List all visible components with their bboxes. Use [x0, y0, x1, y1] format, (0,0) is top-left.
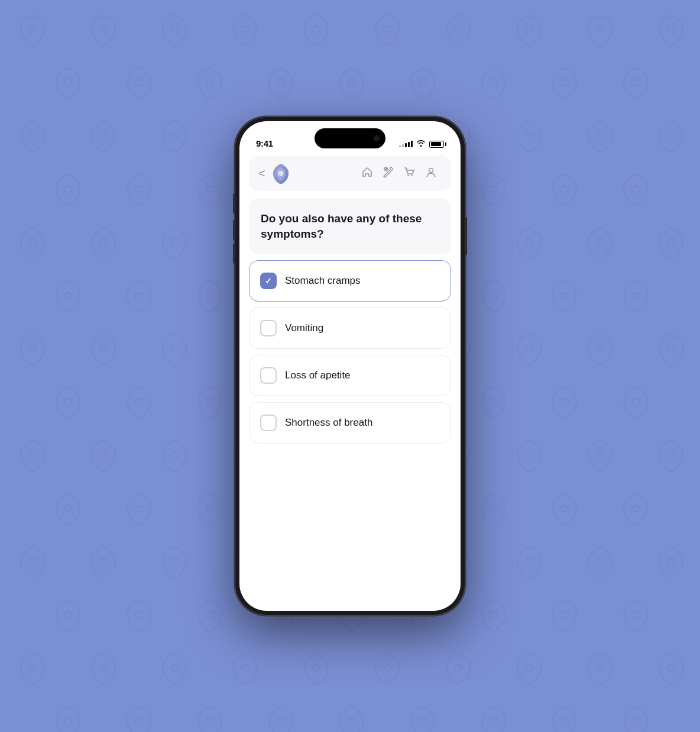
back-button[interactable]: < [258, 167, 270, 179]
symptom-option-loss-of-appetite[interactable]: Loss of apetite [249, 355, 451, 396]
profile-icon[interactable] [420, 166, 442, 181]
camera-dot [374, 135, 380, 141]
symptom-label-stomach-cramps: Stomach cramps [285, 275, 361, 287]
app-logo [270, 163, 291, 184]
status-icons [399, 140, 444, 148]
phone-screen: 9:41 [239, 121, 461, 611]
svg-point-0 [11, 14, 18, 21]
symptom-option-vomiting[interactable]: Vomiting [249, 307, 451, 349]
svg-point-4 [429, 168, 433, 172]
home-icon[interactable] [357, 166, 378, 181]
battery-icon [429, 141, 444, 148]
checkbox-shortness-of-breath[interactable] [260, 414, 277, 431]
symptom-label-vomiting: Vomiting [285, 322, 323, 334]
content-area: Do you also have any of these symptoms? … [239, 196, 461, 611]
question-card: Do you also have any of these symptoms? [249, 198, 451, 254]
checkbox-stomach-cramps[interactable] [260, 273, 277, 289]
svg-point-2 [407, 174, 409, 176]
symptom-option-stomach-cramps[interactable]: Stomach cramps [249, 260, 451, 302]
cart-icon[interactable] [399, 166, 420, 181]
dynamic-island [315, 128, 385, 148]
wifi-icon [416, 140, 426, 148]
checkbox-loss-of-appetite[interactable] [260, 367, 277, 384]
symptom-option-shortness-of-breath[interactable]: Shortness of breath [249, 402, 451, 443]
status-time: 9:41 [256, 138, 273, 148]
phone-device: 9:41 [235, 116, 465, 616]
symptom-label-shortness-of-breath: Shortness of breath [285, 417, 372, 429]
signal-bars-icon [399, 141, 413, 147]
question-text: Do you also have any of these symptoms? [261, 211, 439, 241]
nav-bar: < [249, 156, 451, 191]
svg-point-3 [411, 174, 412, 176]
checkbox-vomiting[interactable] [260, 320, 277, 336]
tools-icon[interactable] [378, 166, 399, 181]
symptom-label-loss-of-appetite: Loss of apetite [285, 370, 351, 381]
